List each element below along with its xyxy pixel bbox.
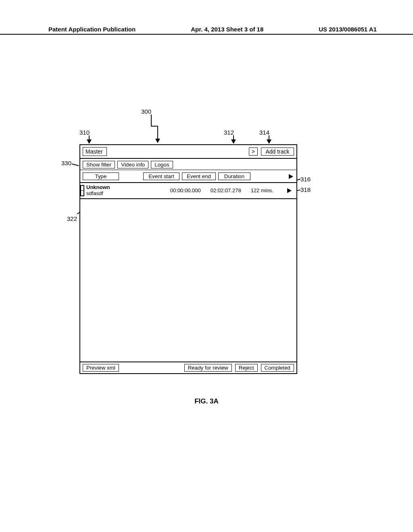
ready-for-review-button[interactable]: Ready for review xyxy=(184,364,232,372)
arrowhead-icon xyxy=(231,139,236,144)
lead-line xyxy=(151,114,152,127)
panel-footer: Preview xml Ready for review Reject Comp… xyxy=(80,362,296,373)
row-duration: 122 mins. xyxy=(251,187,273,193)
add-track-button[interactable]: Add track xyxy=(261,148,294,156)
row-event-start: 00:00:00.000 xyxy=(170,187,201,193)
col-event-end-button[interactable]: Event end xyxy=(182,172,216,180)
callout-310: 310 xyxy=(79,129,90,136)
collapse-button[interactable]: > xyxy=(249,148,258,156)
reject-button[interactable]: Reject xyxy=(235,364,258,372)
arrowhead-icon xyxy=(155,139,160,143)
tab-video-info[interactable]: Video info xyxy=(117,161,148,168)
callout-316: 316 xyxy=(300,176,311,183)
preview-xml-button[interactable]: Preview xml xyxy=(83,364,119,372)
topbar-right: > Add track xyxy=(249,148,294,156)
tab-row: Show filter Video info Logos xyxy=(80,159,296,170)
panel-body xyxy=(80,199,296,360)
row-drag-handle-icon[interactable] xyxy=(80,185,84,196)
main-panel: Master > Add track Show filter Video inf… xyxy=(79,144,297,374)
arrowhead-icon xyxy=(267,139,271,144)
col-event-start-button[interactable]: Event start xyxy=(143,172,179,180)
completed-button[interactable]: Completed xyxy=(261,364,294,372)
row-values: 00:00:00.000 02:02:07.278 122 mins. xyxy=(170,187,294,193)
lead-line xyxy=(157,126,158,139)
row-type-label: Unknown xyxy=(86,185,110,191)
callout-300: 300 xyxy=(141,108,151,115)
tab-logos[interactable]: Logos xyxy=(151,161,173,168)
header-right: US 2013/0086051 A1 xyxy=(319,26,377,33)
figure-label: FIG. 3A xyxy=(0,397,413,405)
col-duration-button[interactable]: Duration xyxy=(218,172,250,180)
row-event-end: 02:02:07.278 xyxy=(211,187,241,193)
header-center: Apr. 4, 2013 Sheet 3 of 18 xyxy=(191,26,263,33)
page-header: Patent Application Publication Apr. 4, 2… xyxy=(0,34,413,42)
callout-312: 312 xyxy=(224,129,234,136)
row-type-sub: sdfasdf xyxy=(86,191,110,197)
lead-line xyxy=(72,164,79,166)
play-header-icon[interactable] xyxy=(289,174,293,179)
callout-330: 330 xyxy=(61,160,71,166)
row-play-icon[interactable] xyxy=(287,188,292,193)
callout-318: 318 xyxy=(300,186,311,193)
callout-322: 322 xyxy=(67,215,77,222)
callout-314: 314 xyxy=(259,129,269,136)
tab-show-filter[interactable]: Show filter xyxy=(83,161,115,168)
master-label-box[interactable]: Master xyxy=(83,147,107,156)
column-header-row: Type Event start Event end Duration xyxy=(80,170,296,182)
col-type-button[interactable]: Type xyxy=(83,172,119,180)
header-left: Patent Application Publication xyxy=(48,26,136,33)
top-bar: Master > Add track xyxy=(80,145,296,159)
table-row[interactable]: Unknown sdfasdf 00:00:00.000 02:02:07.27… xyxy=(80,182,296,199)
arrowhead-icon xyxy=(87,139,92,144)
row-type-cell: Unknown sdfasdf xyxy=(86,185,110,197)
